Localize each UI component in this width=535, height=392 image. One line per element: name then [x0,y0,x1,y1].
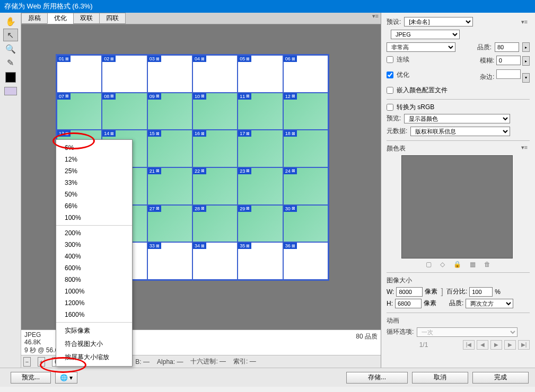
slice-16[interactable]: 16 ⊠ [192,130,238,167]
optimize-check[interactable]: 优化 [387,70,409,79]
slice-2[interactable]: 02 ⊠ [102,55,147,93]
first-frame-icon[interactable]: |◀ [463,340,475,350]
ct-icon1[interactable]: ▢ [426,261,432,268]
slice-5[interactable]: 05 ⊠ [238,55,283,93]
arrow-tool-icon[interactable]: ↖ [3,29,18,41]
matte-swatch[interactable] [496,69,521,79]
height-input[interactable] [395,299,422,308]
slice-24[interactable]: 24 ⊠ [283,167,328,205]
loop-select[interactable]: 一次 [417,327,518,337]
color-swatch[interactable] [5,72,16,83]
quality-info: 80 品质 [356,331,378,341]
slice-18[interactable]: 18 ⊠ [283,130,328,167]
prev-frame-icon[interactable]: ◀ [477,340,488,350]
embed-profile-check[interactable]: 嵌入颜色配置文件 [387,86,530,95]
slice-28[interactable]: 28 ⊠ [192,205,238,243]
quality-preset-select[interactable]: 非常高 [387,42,455,52]
colortable-label: 颜色表 [387,145,406,152]
zoom-option[interactable]: 12% [56,154,132,165]
quality-input[interactable] [495,42,519,52]
colortable-menu-icon[interactable]: ▾≡ [519,144,530,151]
slice-23[interactable]: 23 ⊠ [238,167,283,205]
zoom-minus[interactable]: − [23,357,31,367]
slice-9[interactable]: 09 ⊠ [147,93,192,130]
slice-29[interactable]: 29 ⊠ [238,205,283,243]
slice-8[interactable]: 08 ⊠ [102,93,147,130]
tab-optimized[interactable]: 优化 [47,13,74,24]
slice-1[interactable]: 01 ⊠ [57,55,102,93]
frame-counter: 1/1 [387,341,461,349]
preview-select[interactable]: 显示器颜色 [404,114,510,123]
zoom-option[interactable]: 100% [56,212,132,224]
resample-select[interactable]: 两次立方 [466,299,513,308]
slice-17[interactable]: 17 ⊠ [238,130,283,167]
slice-30[interactable]: 30 ⊠ [283,205,328,243]
slice-22[interactable]: 22 ⊠ [192,167,238,205]
slice-15[interactable]: 15 ⊠ [147,130,192,167]
slice-10[interactable]: 10 ⊠ [192,93,238,130]
slice-33[interactable]: 33 ⊠ [147,242,192,280]
slice-27[interactable]: 27 ⊠ [147,205,192,243]
slice-36[interactable]: 36 ⊠ [283,242,328,280]
blur-input[interactable] [496,56,521,65]
format-select[interactable]: JPEG [391,30,460,39]
save-button[interactable]: 存储... [346,372,408,384]
progressive-check[interactable]: 连续 [387,55,409,64]
panel-menu-icon[interactable]: ▾≡ [519,19,530,25]
slice-6[interactable]: 06 ⊠ [283,55,328,93]
tab-4up[interactable]: 四联 [99,13,126,24]
slice-34[interactable]: 34 ⊠ [192,242,238,280]
zoom-option[interactable]: 符合视图大小 [56,337,132,351]
blur-stepper[interactable]: ▸ [522,56,530,66]
srgb-check[interactable]: 转换为 sRGB [387,103,530,112]
done-button[interactable]: 完成 [472,372,529,384]
zoom-tool-icon[interactable]: 🔍 [3,42,18,55]
eyedropper-tool-icon[interactable]: ✎ [3,56,18,69]
slice-4[interactable]: 04 ⊠ [192,55,238,93]
slice-11[interactable]: 11 ⊠ [238,93,283,130]
slice-35[interactable]: 35 ⊠ [238,242,283,280]
matte-dropdown[interactable]: ▾ [522,73,530,83]
zoom-option[interactable]: 800% [56,274,132,286]
cancel-button[interactable]: 取消 [412,372,468,384]
zoom-option[interactable]: 按屏幕大小缩放 [56,351,132,364]
zoom-option[interactable]: 6% [56,142,132,154]
ct-icon3[interactable]: 🔒 [453,261,461,268]
slice-12[interactable]: 12 ⊠ [283,93,328,130]
tab-2up[interactable]: 双联 [73,13,100,24]
zoom-option[interactable]: 300% [56,239,132,251]
hand-tool-icon[interactable]: ✋ [3,15,18,28]
ct-icon5[interactable]: 🗑 [484,261,490,268]
percent-input[interactable] [469,287,493,297]
zoom-option[interactable]: 1000% [56,286,132,297]
zoom-option[interactable]: 33% [56,177,132,189]
zoom-option[interactable]: 1600% [56,309,132,320]
next-frame-icon[interactable]: ▶ [504,340,516,350]
zoom-option[interactable]: 600% [56,262,132,274]
slice-3[interactable]: 03 ⊠ [147,55,192,93]
browser-preview-icon[interactable]: 🌐 ▾ [55,372,77,384]
tab-original[interactable]: 原稿 [21,13,48,24]
quality-stepper[interactable]: ▸ [522,42,530,52]
ct-icon4[interactable]: ▦ [470,261,476,268]
zoom-option[interactable]: 66% [56,200,132,212]
ct-icon2[interactable]: ◇ [440,261,445,268]
preset-select[interactable]: [未命名] [404,17,473,26]
zoom-option[interactable]: 200% [56,227,132,239]
link-icon[interactable]: ] [441,287,443,297]
zoom-option[interactable]: 1200% [56,297,132,309]
slice-21[interactable]: 21 ⊠ [147,167,192,205]
last-frame-icon[interactable]: ▶| [518,340,530,350]
slice-visibility-icon[interactable] [4,87,17,95]
preview-button[interactable]: 预览... [11,372,51,384]
slice-7[interactable]: 07 ⊠ [57,93,102,130]
zoom-option[interactable]: 50% [56,189,132,200]
play-icon[interactable]: ▶ [490,340,502,350]
zoom-option[interactable]: 25% [56,165,132,177]
zoom-option[interactable]: 400% [56,251,132,262]
zoom-plus[interactable]: + [38,357,45,367]
zoom-option[interactable]: 实际像素 [56,324,132,337]
width-input[interactable] [396,287,423,297]
canvas-menu-icon[interactable]: ▾≡ [370,13,381,24]
metadata-select[interactable]: 版权和联系信息 [410,127,510,136]
